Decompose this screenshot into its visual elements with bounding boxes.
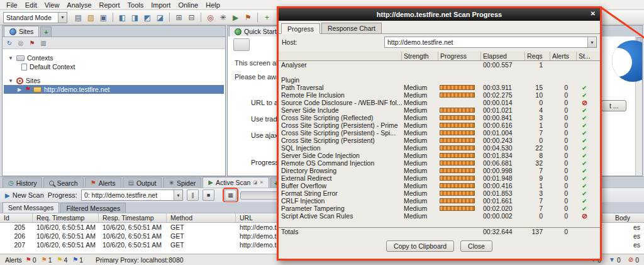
column-header-elapsed[interactable]: Elapsed bbox=[481, 52, 525, 60]
scan-progress-details-button[interactable]: ▦ bbox=[225, 189, 236, 201]
scan-rule-row[interactable]: Plugin bbox=[279, 76, 600, 84]
column-header-strength[interactable]: Strength bbox=[402, 52, 438, 60]
tree-item-default-context[interactable]: Default Context bbox=[3, 62, 225, 71]
add-panel-tab-button[interactable]: + bbox=[40, 26, 52, 37]
column-header-reqs[interactable]: Reqs bbox=[525, 52, 550, 60]
scan-rule-row[interactable]: Parameter TamperingMedium00:02.02070✔ bbox=[279, 205, 600, 212]
scan-rule-row[interactable]: Buffer OverflowMedium00:00.41610✔ bbox=[279, 182, 600, 189]
blue-flag-count[interactable]: ⚑1 bbox=[72, 256, 83, 264]
column-header-method[interactable]: Method bbox=[167, 213, 236, 222]
scan-rule-row[interactable]: Directory BrowsingMedium00:00.99870✔ bbox=[279, 167, 600, 174]
scan-rule-row[interactable]: Analyser00:00.5571 bbox=[279, 61, 600, 69]
scan-rule-row[interactable]: Cross Site Scripting (Reflected)Medium00… bbox=[279, 114, 600, 121]
scan-rule-row[interactable]: Cross Site Scripting (Persistent) - Spi.… bbox=[279, 129, 600, 137]
orange-flag-count[interactable]: ⚑1 bbox=[42, 256, 52, 264]
scan-progress-select[interactable]: 0: http://demo.testfire.net ▼ bbox=[81, 189, 183, 201]
scan-rule-row[interactable]: Server Side IncludeMedium00:01.02140✔ bbox=[279, 106, 600, 114]
scan-rule-row[interactable]: Source Code Disclosure - /WEB-INF fol...… bbox=[279, 99, 600, 106]
refresh-sites-icon[interactable]: ↻ bbox=[5, 38, 14, 47]
scan-rule-row[interactable]: SQL InjectionMedium00:04.530220✔ bbox=[279, 144, 600, 152]
scan-rule-row[interactable]: Server Side Code InjectionMedium00:01.83… bbox=[279, 152, 600, 159]
scope-filter-icon[interactable]: ◎ bbox=[16, 38, 25, 47]
tab-sites[interactable]: Sites bbox=[4, 26, 39, 37]
spider-icon[interactable]: ✳ bbox=[218, 12, 228, 23]
add-icon[interactable]: + bbox=[262, 12, 272, 23]
close-icon[interactable]: ✕ bbox=[260, 180, 264, 185]
menu-analyse[interactable]: Analyse bbox=[63, 1, 95, 9]
column-header-id[interactable]: Id bbox=[0, 213, 33, 222]
dialog-title-bar[interactable]: http://demo.testfire.net Scan Progress ✕ bbox=[279, 8, 600, 21]
tab-progress[interactable]: Progress bbox=[281, 23, 320, 34]
new-scan-button[interactable]: ▶ New Scan bbox=[5, 191, 44, 199]
select-button-fragment[interactable]: t ... bbox=[601, 100, 626, 111]
layout-full-icon[interactable]: ◪ bbox=[155, 12, 165, 23]
tab-spider[interactable]: ✳ Spider bbox=[163, 178, 201, 188]
column-header-status[interactable]: St... bbox=[577, 52, 600, 60]
tab-output[interactable]: ▤ Output bbox=[123, 178, 162, 188]
tab-search[interactable]: Search bbox=[43, 178, 83, 188]
tree-expand-icon[interactable]: ▼ bbox=[8, 55, 14, 61]
tab-filtered-messages[interactable]: Filtered Messages bbox=[60, 203, 126, 213]
close-icon[interactable]: ✕ bbox=[591, 10, 596, 17]
menu-online[interactable]: Online bbox=[174, 1, 202, 9]
list-view-icon[interactable]: ▥ bbox=[39, 38, 48, 47]
pause-scan-button[interactable]: ∥ bbox=[187, 189, 199, 201]
tab-response-chart[interactable]: Response Chart bbox=[321, 23, 382, 33]
pin-icon[interactable]: ◪ bbox=[253, 180, 257, 185]
tree-expand-icon[interactable]: ▼ bbox=[8, 78, 14, 84]
red-flag-count[interactable]: ⚑0 bbox=[26, 256, 36, 264]
layout-top-icon[interactable]: ◩ bbox=[142, 12, 153, 23]
scan-rule-row[interactable]: Cross Site Scripting (Persistent) - Prim… bbox=[279, 121, 600, 129]
menu-help[interactable]: Help bbox=[202, 1, 224, 9]
menu-report[interactable]: Report bbox=[96, 1, 124, 9]
column-header-progress[interactable]: Progress bbox=[438, 52, 481, 60]
mode-select[interactable]: Standard Mode ▼ bbox=[3, 12, 67, 23]
yellow-flag-count[interactable]: ⚑4 bbox=[57, 256, 67, 264]
menu-tools[interactable]: Tools bbox=[124, 1, 148, 9]
chevron-down-icon[interactable]: ▼ bbox=[174, 190, 182, 200]
column-header-body[interactable]: Body bbox=[602, 213, 644, 222]
menu-view[interactable]: View bbox=[41, 1, 64, 9]
scan-rule-row[interactable]: Script Active Scan RulesMedium00:00.0020… bbox=[279, 212, 600, 220]
tab-sent-messages[interactable]: Sent Messages bbox=[3, 202, 59, 213]
active-scan-icon[interactable]: ▶ bbox=[230, 12, 241, 23]
persist-session-icon[interactable]: ▣ bbox=[98, 12, 109, 23]
open-session-icon[interactable]: ▨ bbox=[86, 12, 96, 23]
copy-to-clipboard-button[interactable]: Copy to Clipboard bbox=[386, 240, 454, 252]
scan-rule-row[interactable]: CRLF InjectionMedium00:01.66170✔ bbox=[279, 197, 600, 205]
tab-alerts[interactable]: ⚑ Alerts bbox=[85, 178, 121, 188]
alerts-flag-icon[interactable]: ⚑ bbox=[243, 12, 253, 23]
column-header-rule[interactable] bbox=[279, 52, 402, 60]
new-session-icon[interactable]: ▤ bbox=[73, 12, 84, 23]
scan-rule-row[interactable]: Remote File InclusionMedium00:02.275100✔ bbox=[279, 91, 600, 99]
target-scope-icon[interactable]: ◎ bbox=[205, 12, 216, 23]
chevron-down-icon[interactable]: ▼ bbox=[58, 13, 67, 23]
tab-history[interactable]: ◷ History bbox=[3, 178, 42, 188]
maximize-pane-icon[interactable]: ◧ bbox=[117, 12, 128, 23]
tree-item-site[interactable]: ▶ ⚑ http://demo.testfire.net bbox=[4, 85, 224, 94]
scan-rule-row[interactable]: Totals00:32.6441370 bbox=[279, 227, 600, 235]
scan-rule-row[interactable]: Format String ErrorMedium00:01.85330✔ bbox=[279, 189, 600, 197]
scan-rule-row[interactable]: Cross Site Scripting (Persistent)Medium0… bbox=[279, 137, 600, 144]
chevron-down-icon[interactable]: ▼ bbox=[587, 37, 596, 47]
tab-active-scan[interactable]: ▶ Active Scan ◪ ✕ bbox=[203, 177, 269, 188]
close-button[interactable]: Close bbox=[460, 240, 492, 252]
collapse-tree-icon[interactable]: ⊟ bbox=[186, 12, 197, 23]
menu-file[interactable]: File bbox=[3, 1, 21, 9]
scan-rule-row[interactable]: Path TraversalMedium00:03.911150✔ bbox=[279, 84, 600, 91]
scan-rule-row[interactable]: External RedirectMedium00:01.94890✔ bbox=[279, 174, 600, 182]
menu-import[interactable]: Import bbox=[147, 1, 174, 9]
host-select[interactable]: http://demo.testfire.net ▼ bbox=[384, 37, 597, 48]
column-header-req-timestamp[interactable]: Req. Timestamp bbox=[33, 213, 99, 222]
layout-left-icon[interactable]: ◨ bbox=[130, 12, 140, 23]
scan-rule-row[interactable]: Remote OS Command InjectionMedium00:06.6… bbox=[279, 159, 600, 167]
column-header-resp-timestamp[interactable]: Resp. Timestamp bbox=[99, 213, 167, 222]
tree-collapse-icon[interactable]: ▶ bbox=[16, 87, 23, 93]
column-header-alerts[interactable]: Alerts bbox=[550, 52, 577, 60]
flag-filter-icon[interactable]: ⚑ bbox=[28, 38, 36, 47]
stop-scan-button[interactable]: ■ bbox=[203, 189, 214, 201]
expand-tree-icon[interactable]: ⊞ bbox=[174, 12, 184, 23]
tree-item-contexts[interactable]: ▼ Contexts bbox=[3, 54, 225, 62]
menu-edit[interactable]: Edit bbox=[21, 1, 41, 9]
tree-item-sites[interactable]: ▼ Sites bbox=[3, 76, 225, 85]
